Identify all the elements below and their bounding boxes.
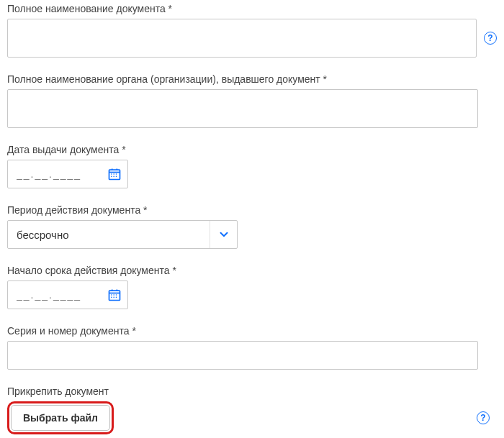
- validity-value: бессрочно: [8, 229, 210, 241]
- issue-date-field[interactable]: [7, 160, 128, 188]
- start-date-label: Начало срока действия документа *: [7, 265, 497, 276]
- validity-label: Период действия документа *: [7, 204, 497, 216]
- svg-rect-10: [109, 291, 120, 300]
- svg-rect-0: [109, 170, 120, 179]
- calendar-icon[interactable]: [107, 160, 122, 188]
- serial-input[interactable]: [7, 341, 478, 370]
- serial-label: Серия и номер документа *: [7, 325, 497, 337]
- file-button-highlight: Выбрать файл: [7, 401, 114, 434]
- attach-label: Прикрепить документ: [7, 385, 497, 397]
- doc-name-input[interactable]: [7, 19, 477, 58]
- help-icon[interactable]: ?: [477, 411, 490, 424]
- issue-date-label: Дата выдачи документа *: [7, 144, 497, 155]
- issuer-input[interactable]: [7, 89, 478, 128]
- calendar-icon[interactable]: [107, 281, 122, 309]
- chevron-down-icon: [210, 221, 237, 248]
- choose-file-button[interactable]: Выбрать файл: [11, 405, 110, 431]
- validity-select[interactable]: бессрочно: [7, 220, 238, 249]
- start-date-input[interactable]: [15, 281, 94, 309]
- issuer-label: Полное наименование органа (организации)…: [7, 73, 497, 85]
- doc-name-label: Полное наименование документа *: [7, 3, 497, 14]
- help-icon[interactable]: ?: [484, 32, 497, 45]
- start-date-field[interactable]: [7, 280, 128, 309]
- issue-date-input[interactable]: [15, 160, 94, 188]
